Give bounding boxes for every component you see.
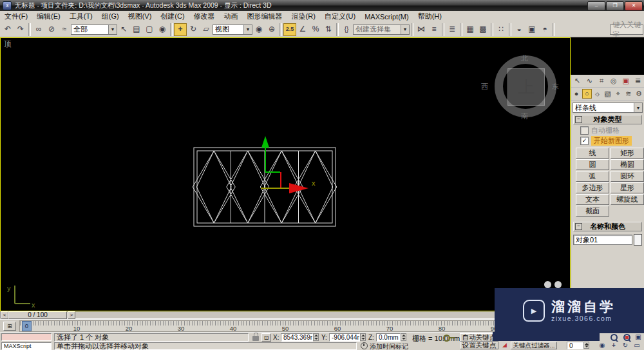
object-name-input[interactable]: 对象01 bbox=[573, 235, 632, 245]
infocenter-search-input[interactable]: 键入关键字 bbox=[610, 24, 643, 35]
tangent-icon[interactable]: ◢ bbox=[502, 342, 507, 348]
menu-animation[interactable]: 动画 bbox=[220, 11, 243, 22]
quick-render-icon[interactable]: ◓ bbox=[538, 23, 551, 36]
layer-manager-icon[interactable]: ≣ bbox=[446, 23, 459, 36]
named-selection-set-input[interactable]: 创建选择集 ▼ bbox=[353, 24, 410, 35]
edit-named-selection-sets-icon[interactable]: {} bbox=[340, 23, 353, 36]
maxscript-label[interactable]: MAXScript bbox=[1, 342, 52, 350]
bind-to-space-warp-icon[interactable]: ≈ bbox=[58, 23, 71, 36]
motion-tab-icon[interactable]: ◎ bbox=[609, 76, 618, 86]
snaps-toggle-icon[interactable]: 2.5 bbox=[283, 23, 296, 36]
helpers-category-icon[interactable]: ⌖ bbox=[613, 89, 623, 99]
zoom-icon[interactable] bbox=[611, 334, 618, 341]
chevron-down-icon[interactable]: ▼ bbox=[401, 25, 409, 34]
select-object-icon[interactable]: ↖ bbox=[117, 23, 130, 36]
time-slider-track[interactable] bbox=[0, 311, 571, 319]
object-type-rollout-header[interactable]: − 对象类型 bbox=[573, 115, 642, 124]
schematic-view-icon[interactable]: ▩ bbox=[477, 23, 489, 36]
menu-create[interactable]: 创建(C) bbox=[156, 11, 189, 22]
object-color-swatch[interactable] bbox=[634, 234, 642, 246]
rectangle-button[interactable]: 矩形 bbox=[611, 148, 644, 159]
menu-edit[interactable]: 编辑(E) bbox=[32, 11, 65, 22]
mirror-icon[interactable]: ⋈ bbox=[415, 23, 428, 36]
select-by-name-icon[interactable]: ▤ bbox=[130, 23, 143, 36]
donut-button[interactable]: 圆环 bbox=[611, 171, 644, 182]
modify-tab-icon[interactable]: ∿ bbox=[585, 76, 594, 86]
geometry-category-icon[interactable]: ● bbox=[572, 89, 582, 99]
name-color-rollout-header[interactable]: − 名称和颜色 bbox=[573, 222, 642, 231]
spacewarps-category-icon[interactable]: ≋ bbox=[623, 89, 633, 99]
select-and-scale-icon[interactable]: ▱ bbox=[200, 23, 213, 36]
menu-group[interactable]: 组(G) bbox=[97, 11, 124, 22]
viewport-canvas[interactable]: x y x bbox=[1, 38, 570, 311]
systems-category-icon[interactable]: ⚙ bbox=[634, 89, 643, 99]
collapse-icon[interactable]: − bbox=[575, 223, 582, 230]
select-and-manipulate-icon[interactable]: ⊕ bbox=[265, 23, 278, 36]
orbit-icon[interactable]: ↻ bbox=[621, 342, 630, 350]
line-button[interactable]: 线 bbox=[576, 148, 609, 159]
window-crossing-icon[interactable]: ◉ bbox=[156, 23, 169, 36]
hierarchy-tab-icon[interactable]: ⌗ bbox=[597, 76, 607, 86]
z-coordinate-field[interactable]: 0.0mm bbox=[376, 333, 401, 342]
chevron-down-icon[interactable]: ▼ bbox=[634, 103, 642, 112]
minimize-button[interactable]: – bbox=[587, 1, 605, 11]
top-viewport[interactable]: 顶 bbox=[0, 37, 571, 311]
align-icon[interactable]: ≡ bbox=[428, 23, 440, 36]
add-time-tag[interactable]: 添加时间标记 bbox=[370, 342, 408, 350]
menu-graph-editors[interactable]: 图形编辑器 bbox=[243, 11, 287, 22]
menu-maxscript[interactable]: MAXScript(M) bbox=[360, 11, 413, 22]
zoom-extents-icon[interactable]: ▣ bbox=[634, 333, 643, 342]
shape-category-select[interactable]: 样条线 ▼ bbox=[573, 102, 643, 113]
rendered-frame-window-icon[interactable]: ▣ bbox=[526, 23, 538, 36]
open-mini-curve-editor-icon[interactable]: ⊞ bbox=[3, 322, 16, 331]
text-button[interactable]: 文本 bbox=[576, 194, 609, 205]
mode-icon[interactable]: ◉ bbox=[598, 342, 607, 350]
compass-north[interactable]: 北 bbox=[521, 53, 528, 63]
key-filters-button[interactable]: 关键点过滤器... bbox=[511, 342, 557, 349]
current-frame-field[interactable]: 0 bbox=[567, 342, 583, 349]
render-setup-icon[interactable]: ◒ bbox=[513, 23, 526, 36]
chevron-down-icon[interactable]: ▼ bbox=[243, 25, 252, 34]
compass-east[interactable]: 东 bbox=[552, 82, 559, 92]
lights-category-icon[interactable]: ☼ bbox=[592, 89, 602, 99]
star-button[interactable]: 星形 bbox=[611, 182, 644, 193]
previous-frame-button[interactable]: < bbox=[1, 311, 8, 319]
menu-tools[interactable]: 工具(T) bbox=[65, 11, 97, 22]
frame-spinner[interactable] bbox=[583, 342, 589, 349]
curve-editor-icon[interactable]: ▦ bbox=[464, 23, 477, 36]
percent-snap-icon[interactable]: % bbox=[309, 23, 322, 36]
maxscript-mini-listener[interactable] bbox=[1, 333, 52, 341]
compass-south[interactable]: 南 bbox=[521, 112, 528, 121]
current-frame-marker[interactable]: 0 bbox=[22, 321, 32, 331]
y-coordinate-field[interactable]: -906.044m bbox=[329, 333, 360, 342]
pan-icon[interactable]: + bbox=[609, 342, 618, 350]
zoom-all-icon[interactable] bbox=[623, 334, 630, 341]
close-button[interactable]: ✕ bbox=[625, 1, 643, 11]
select-and-rotate-icon[interactable]: ↻ bbox=[187, 23, 200, 36]
reference-coordinate-select[interactable]: 视图 ▼ bbox=[213, 24, 252, 35]
rectangular-selection-region-icon[interactable]: ▢ bbox=[143, 23, 156, 36]
y-spinner[interactable] bbox=[360, 333, 366, 341]
menu-customize[interactable]: 自定义(U) bbox=[320, 11, 360, 22]
x-spinner[interactable] bbox=[313, 333, 319, 341]
ellipse-button[interactable]: 椭圆 bbox=[611, 159, 644, 170]
time-slider-thumb[interactable]: 0 / 100 bbox=[8, 311, 67, 319]
shapes-category-icon[interactable]: ○ bbox=[582, 89, 592, 99]
use-center-icon[interactable]: ◉ bbox=[252, 23, 265, 36]
set-key-button[interactable]: 设置关键点 bbox=[460, 342, 498, 349]
title-bar[interactable]: 3 无标题 - 项目文件夹: D:\我的文档\3dsmax - Autodesk… bbox=[0, 0, 644, 11]
circle-button[interactable]: 圆 bbox=[576, 159, 609, 170]
menu-rendering[interactable]: 渲染(R) bbox=[287, 11, 320, 22]
z-spinner[interactable] bbox=[401, 333, 406, 341]
helix-button[interactable]: 螺旋线 bbox=[611, 194, 644, 205]
selection-filter-select[interactable]: 全部 ▼ bbox=[71, 24, 117, 35]
unlink-selection-icon[interactable]: ⊘ bbox=[45, 23, 58, 36]
maximize-viewport-icon[interactable]: ▭ bbox=[632, 342, 641, 350]
cameras-category-icon[interactable]: ▧ bbox=[603, 89, 612, 99]
menu-help[interactable]: 帮助(H) bbox=[413, 11, 446, 22]
menu-views[interactable]: 视图(V) bbox=[124, 11, 156, 22]
spinner-snap-icon[interactable]: ⇅ bbox=[322, 23, 335, 36]
collapse-icon[interactable]: − bbox=[575, 116, 582, 123]
redo-icon[interactable]: ↷ bbox=[14, 23, 27, 36]
arc-button[interactable]: 弧 bbox=[576, 171, 609, 182]
